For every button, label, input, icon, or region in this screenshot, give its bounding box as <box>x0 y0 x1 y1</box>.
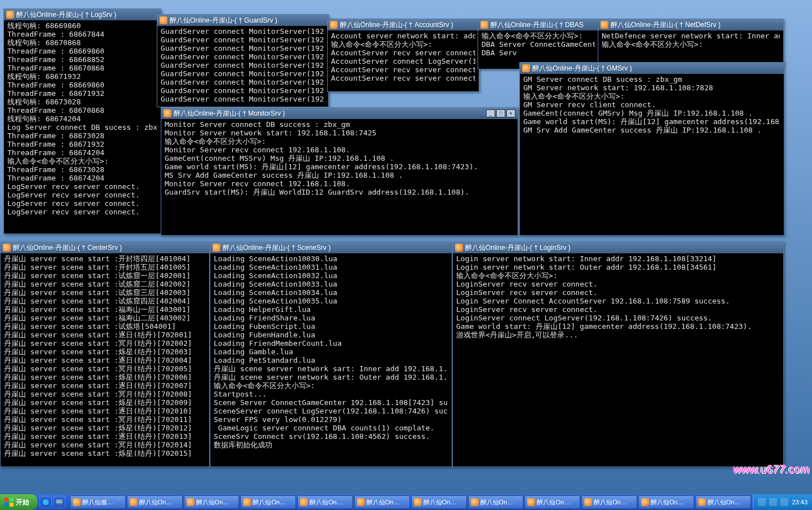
app-icon <box>164 109 171 117</box>
console-line: GuardServer connect MonitorServer(192.1 <box>161 95 325 103</box>
quicklaunch-ie-icon[interactable] <box>39 496 52 508</box>
console-line: 丹崖山 server scene start :冥月(结丹)[702008] <box>4 390 206 398</box>
console-line: ThreadFrame : 68668852 <box>7 55 157 64</box>
titlebar-logsrv[interactable]: 醉八仙Online-丹崖山-( † LogSrv ) <box>4 9 161 20</box>
window-centersrv[interactable]: 醉八仙Online-丹崖山-( † CenterSrv ) 丹崖山 server… <box>0 241 210 467</box>
console-line: 输入命令<命令不区分大小写>: <box>602 40 780 49</box>
console-body[interactable]: NetDefence server network start: Inner a… <box>599 30 782 62</box>
taskbar-task[interactable]: 醉八仙On… <box>638 495 694 509</box>
task-label: 醉八仙On… <box>139 498 173 507</box>
taskbar-task[interactable]: 醉八仙服… <box>70 495 126 509</box>
titlebar-centersrv[interactable]: 醉八仙Online-丹崖山-( † CenterSrv ) <box>1 242 209 253</box>
console-line: GuardServer connect MonitorServer(192.1 <box>161 44 325 52</box>
taskbar-task[interactable]: 醉八仙On… <box>468 495 524 509</box>
quicklaunch-desktop-icon[interactable] <box>53 496 65 508</box>
window-netdefsrv[interactable]: 醉八仙Online-丹崖山-( † NetDefSrv ) NetDefence… <box>598 19 784 64</box>
system-tray[interactable]: 23:43 <box>753 494 812 510</box>
task-icon <box>187 498 195 506</box>
console-line: Startpost... <box>214 390 448 398</box>
console-line: GuardServer connect MonitorServer(192.1 <box>161 61 325 69</box>
window-loginsrv[interactable]: 醉八仙Online-丹崖山-( † LoginSrv ) Login serve… <box>452 241 784 467</box>
console-line: 线程句柄: 68670868 <box>7 38 157 47</box>
console-line: GM Server recv client connect. <box>523 100 780 109</box>
tray-icon[interactable] <box>780 498 788 506</box>
console-line: 输入命令<命令不区分大小写>: <box>214 381 448 390</box>
titlebar-dbas[interactable]: 醉八仙Online-丹崖山-( † DBAS <box>478 19 598 30</box>
tray-icon[interactable] <box>758 498 766 506</box>
console-line: GuardServer connect MonitorServer(192.1 <box>161 78 325 86</box>
titlebar-accountsrv[interactable]: 醉八仙Online-丹崖山-( † AccountSrv ) <box>328 19 479 30</box>
console-line: MS Srv Add GameCenter success 丹崖山 IP:192… <box>165 171 514 179</box>
console-line: Loading FubenHandle.lua <box>214 331 448 339</box>
clock[interactable]: 23:43 <box>792 499 807 505</box>
console-line: Loading SceneAction10031.lua <box>214 263 448 271</box>
app-icon <box>522 64 530 72</box>
console-body[interactable]: 丹崖山 server scene start :开封塔四层[401004]丹崖山… <box>2 253 208 465</box>
titlebar-monitorsrv[interactable]: 醉八仙Online-丹崖山-( † MonitorSrv ) _ □ × <box>161 108 518 119</box>
app-icon <box>213 244 220 252</box>
taskbar-task[interactable]: 醉八仙On… <box>411 495 467 509</box>
taskbar-task[interactable]: 醉八仙On… <box>127 495 183 509</box>
console-body[interactable]: 线程句柄: 68669860ThreadFrame : 68667844线程句柄… <box>5 20 160 232</box>
window-scenesrv[interactable]: 醉八仙Online-丹崖山-( † SceneSrv ) Loading Sce… <box>210 241 452 467</box>
title-text: 醉八仙Online-丹崖山-( † LogSrv ) <box>16 10 158 20</box>
taskbar-task[interactable]: 醉八仙On… <box>240 495 296 509</box>
console-line: GuardServer connect MonitorServer(192.1 <box>161 27 325 36</box>
console-line: 输入命令<命令不区分大小写>: <box>482 32 595 40</box>
console-line: Loading FubenScript.lua <box>214 322 448 331</box>
console-body[interactable]: GM Server connect DB sucess : zbx_gmGM S… <box>521 74 783 234</box>
task-icon <box>527 498 535 506</box>
console-line: Scene Server ConnectGameCenter 192.168.1… <box>214 398 448 407</box>
console-body[interactable]: GuardServer connect MonitorServer(192.1G… <box>158 26 327 105</box>
titlebar-loginsrv[interactable]: 醉八仙Online-丹崖山-( † LoginSrv ) <box>453 242 783 253</box>
title-text: 醉八仙Online-丹崖山-( † NetDefSrv ) <box>611 20 781 30</box>
taskbar-task[interactable]: 醉八仙On… <box>354 495 410 509</box>
console-line: LoginServer recv server connect. <box>456 280 780 288</box>
console-line: GM Server network start: 192.168.1.108:7… <box>523 83 780 92</box>
taskbar-task[interactable]: 醉八仙On… <box>581 495 637 509</box>
window-guardsrv[interactable]: 醉八仙Online-丹崖山-( † GuardSrv ) GuardServer… <box>157 14 329 107</box>
console-line: 丹崖山 server scene start :逐日(结丹)[702007] <box>4 381 206 390</box>
titlebar-scenesrv[interactable]: 醉八仙Online-丹崖山-( † SceneSrv ) <box>210 242 452 253</box>
window-gmsrv[interactable]: 醉八仙Online-丹崖山-( † GMSrv ) GM Server conn… <box>519 62 784 236</box>
console-body[interactable]: Loading SceneAction10030.luaLoading Scen… <box>211 253 451 465</box>
app-icon <box>6 11 14 19</box>
taskbar-task[interactable]: 醉八仙On… <box>695 495 751 509</box>
app-icon <box>330 21 338 29</box>
taskbar-task[interactable]: 醉八仙On… <box>524 495 580 509</box>
titlebar-gmsrv[interactable]: 醉八仙Online-丹崖山-( † GMSrv ) <box>520 63 784 74</box>
console-line: LogServer recv server connect. <box>7 199 157 208</box>
console-line: Loading SceneAction10033.lua <box>214 280 448 288</box>
console-body[interactable]: Login server network start: Inner addr 1… <box>454 253 782 465</box>
console-line: 丹崖山 server scene start :试炼窟四层[402004] <box>4 297 206 305</box>
console-line: ThreadFrame : 68670868 <box>7 106 157 115</box>
console-body[interactable]: Account server network start: addr输入命令<命… <box>329 30 478 90</box>
app-icon <box>455 244 463 252</box>
console-line: 丹崖山 server scene start :福寿山二层[403002] <box>4 314 206 322</box>
console-line: GuardServer connect MonitorServer(192.1 <box>161 69 325 78</box>
console-line: Game world start: 丹崖山[12] gamecenter add… <box>456 322 780 331</box>
window-accountsrv[interactable]: 醉八仙Online-丹崖山-( † AccountSrv ) Account s… <box>327 19 479 92</box>
console-line: 丹崖山 server scene start :试炼塔[504001] <box>4 322 206 331</box>
task-label: 醉八仙On… <box>423 498 457 507</box>
console-line: GameCent(connect MSSrv) Msg 丹崖山 IP:192.1… <box>165 154 514 162</box>
console-line: Monitor Server recv connect 192.168.1.10… <box>165 179 514 188</box>
console-body[interactable]: Monitor Server connect DB success : zbx_… <box>162 119 517 234</box>
console-line: 丹崖山 server scene start :试炼窟三层[402003] <box>4 288 206 297</box>
window-monitorsrv[interactable]: 醉八仙Online-丹崖山-( † MonitorSrv ) _ □ × Mon… <box>161 107 518 236</box>
taskbar-task[interactable]: 醉八仙On… <box>184 495 240 509</box>
minimize-button[interactable]: _ <box>486 109 495 117</box>
console-line: SceneServer connect LogServer(192.168.1.… <box>214 407 448 415</box>
tray-icon[interactable] <box>769 498 777 506</box>
start-button[interactable]: 开始 <box>0 494 37 510</box>
close-button[interactable]: × <box>506 109 515 117</box>
console-line: LogServer recv server connect. <box>7 191 157 199</box>
taskbar-task[interactable]: 醉八仙On… <box>297 495 353 509</box>
maximize-button[interactable]: □ <box>496 109 505 117</box>
console-line: ThreadFrame : 68670868 <box>7 64 157 72</box>
window-logsrv[interactable]: 醉八仙Online-丹崖山-( † LogSrv ) 线程句柄: 6866986… <box>3 8 161 234</box>
console-line: 丹崖山 server scene start :冥月(结丹)[702011] <box>4 415 206 424</box>
console-line: Loading FriendShare.lua <box>214 314 448 322</box>
titlebar-guardsrv[interactable]: 醉八仙Online-丹崖山-( † GuardSrv ) <box>157 15 328 26</box>
titlebar-netdefsrv[interactable]: 醉八仙Online-丹崖山-( † NetDefSrv ) <box>598 19 783 30</box>
